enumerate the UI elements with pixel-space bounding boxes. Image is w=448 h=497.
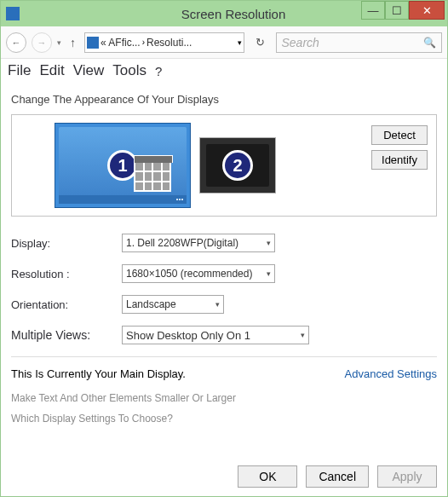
monitor-1[interactable]: 1	[55, 123, 191, 208]
chevron-down-icon: ▾	[267, 239, 271, 247]
app-icon	[6, 7, 20, 20]
chevron-down-icon: ▾	[215, 300, 220, 309]
menu-help[interactable]: ?	[155, 64, 162, 78]
chevron-down-icon: ▾	[267, 269, 271, 278]
divider	[11, 356, 437, 357]
menu-edit[interactable]: Edit	[39, 62, 64, 79]
resolution-value: 1680×1050 (recommended)	[126, 268, 252, 280]
resolution-label: Resolution :	[11, 268, 122, 280]
main-display-row: This Is Currently Your Main Display. Adv…	[11, 367, 437, 380]
forward-button[interactable]: →	[32, 32, 52, 53]
orientation-label: Orientation:	[11, 298, 122, 311]
cancel-button[interactable]: Cancel	[306, 465, 369, 488]
which-settings-link[interactable]: Which Display Settings To Choose?	[11, 413, 437, 425]
search-icon: 🔍	[423, 37, 436, 49]
display-label: Display:	[11, 237, 122, 250]
menu-view[interactable]: View	[73, 62, 105, 79]
apply-button[interactable]: Apply	[377, 465, 437, 488]
toolbar: ← → ▾ ↑ « AFfic... › Resoluti... ▾ ↻ Sea…	[1, 26, 447, 59]
address-dropdown-icon[interactable]: ▾	[238, 38, 242, 47]
breadcrumb-current: Resoluti...	[146, 37, 192, 49]
section-heading: Change The Appearance Of Your Displays	[11, 93, 437, 106]
menubar: File Edit View Tools ?	[1, 59, 447, 83]
footer-buttons: OK Cancel Apply	[11, 454, 437, 488]
close-button[interactable]: ✕	[409, 1, 445, 20]
location-icon	[87, 37, 99, 49]
chevron-right-icon: ›	[142, 38, 145, 47]
orientation-value: Landscape	[126, 298, 176, 310]
titlebar: Screen Resolution — ☐ ✕	[1, 1, 447, 26]
content-area: Change The Appearance Of Your Displays 1	[1, 83, 447, 496]
ok-button[interactable]: OK	[238, 465, 297, 488]
maximize-button[interactable]: ☐	[385, 1, 409, 20]
breadcrumb-prefix: « AFfic...	[101, 37, 141, 49]
identify-button[interactable]: Identify	[371, 150, 428, 170]
multiple-views-value: Show Desktop Only On 1	[126, 329, 250, 342]
menu-file[interactable]: File	[8, 62, 31, 79]
search-placeholder: Search	[282, 36, 319, 49]
menu-tools[interactable]: Tools	[112, 62, 146, 79]
window: Screen Resolution — ☐ ✕ ← → ▾ ↑ « AFfic.…	[0, 0, 448, 497]
window-thumbnail-icon	[134, 161, 171, 192]
up-button[interactable]: ↑	[66, 36, 79, 49]
monitor-number-2: 2	[222, 150, 253, 181]
orientation-select[interactable]: Landscape ▾	[122, 295, 224, 314]
monitor-2[interactable]: 2	[199, 137, 276, 194]
additional-links: Make Text And Other Elements Smaller Or …	[11, 392, 437, 425]
advanced-settings-link[interactable]: Advanced Settings	[345, 367, 437, 380]
multiple-views-label: Multiple Views:	[11, 328, 122, 342]
minimize-button[interactable]: —	[361, 1, 385, 20]
main-display-text: This Is Currently Your Main Display.	[11, 367, 186, 380]
chevron-down-icon: ▾	[301, 331, 305, 339]
display-value: 1. Dell 2208WFP(Digital)	[126, 237, 238, 249]
address-bar[interactable]: « AFfic... › Resoluti... ▾	[84, 32, 244, 53]
detect-button[interactable]: Detect	[371, 125, 428, 145]
back-button[interactable]: ←	[6, 32, 26, 53]
window-controls: — ☐ ✕	[361, 1, 445, 20]
settings-form: Display: 1. Dell 2208WFP(Digital) ▾ Reso…	[11, 234, 437, 344]
search-input[interactable]: Search 🔍	[276, 32, 443, 53]
text-size-link[interactable]: Make Text And Other Elements Smaller Or …	[11, 392, 437, 404]
resolution-select[interactable]: 1680×1050 (recommended) ▾	[122, 264, 275, 283]
display-preview: 1 2 Dete	[11, 114, 437, 217]
refresh-button[interactable]: ↻	[250, 32, 271, 52]
display-select[interactable]: 1. Dell 2208WFP(Digital) ▾	[122, 234, 275, 252]
multiple-views-select[interactable]: Show Desktop Only On 1 ▾	[122, 326, 309, 344]
recent-dropdown-icon[interactable]: ▾	[57, 38, 61, 47]
